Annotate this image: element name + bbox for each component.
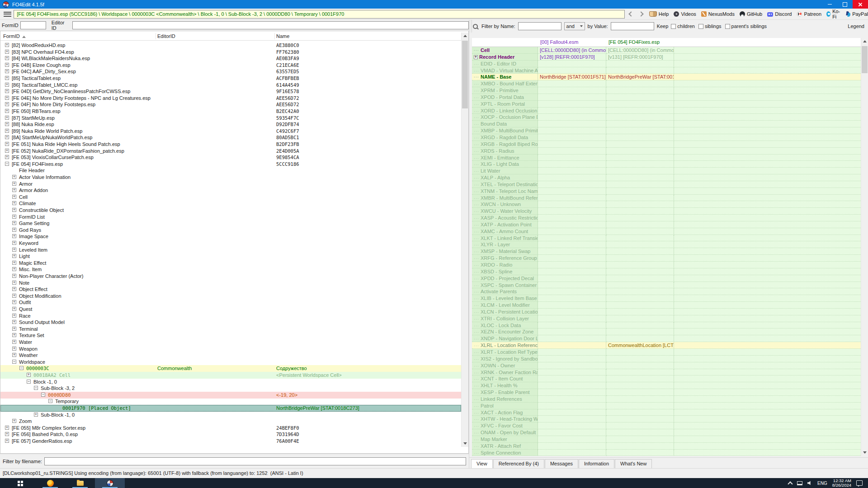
tree-row[interactable]: +Image Space [0, 233, 461, 240]
tree-row[interactable]: +Light [0, 253, 461, 260]
expand-icon[interactable]: + [5, 426, 9, 430]
start-button[interactable] [5, 478, 35, 488]
taskbar-fo4edit-button[interactable] [95, 478, 125, 488]
collapse-icon[interactable]: − [41, 393, 45, 397]
checkbox-icon[interactable] [725, 24, 730, 29]
scroll-down-icon[interactable] [462, 440, 469, 447]
record-field-row[interactable]: ···XLYR - Layer [472, 241, 861, 248]
expand-icon[interactable]: + [5, 142, 9, 146]
link-patreon[interactable]: Patreon [797, 11, 821, 17]
tree-row[interactable]: +Magic Effect [0, 260, 461, 267]
network-icon[interactable] [797, 481, 802, 485]
editorid-input[interactable] [72, 21, 469, 29]
record-field-row[interactable]: ···VMAD - Virtual Machine Ada... [472, 67, 861, 74]
record-field-row[interactable]: ···XLRT - Location Ref Type [472, 349, 861, 356]
filter-operator-select[interactable]: and [564, 22, 585, 30]
tree-row[interactable]: +Game Setting [0, 220, 461, 227]
record-field-row[interactable]: ···XWCU - Water Velocity [472, 208, 861, 215]
tree-scrollbar[interactable] [461, 33, 468, 447]
expand-icon[interactable]: + [27, 373, 31, 377]
tree-row[interactable]: +[FE 057] GenderRatios.esp76A00F4E [0, 438, 461, 445]
expand-icon[interactable]: + [5, 63, 9, 67]
tree-row[interactable]: +Outfit [0, 299, 461, 306]
action-center-icon[interactable] [856, 480, 863, 486]
column-header-editorid[interactable]: EditorID [157, 33, 175, 39]
tree-row[interactable]: +Terminal [0, 326, 461, 333]
minimize-button[interactable] [822, 0, 837, 9]
tree-scrollbar-thumb[interactable] [462, 41, 468, 108]
expand-icon[interactable]: + [12, 188, 16, 192]
tree-row[interactable]: +Armor [0, 181, 461, 188]
expand-icon[interactable]: + [5, 439, 9, 443]
header-fo4fixesesp[interactable]: [FE 054] FO4Fixes.esp [606, 38, 674, 47]
record-field-row[interactable]: ···EDID - Editor ID [472, 61, 861, 67]
record-field-row[interactable]: ···XTRI - Collision Layer [472, 315, 861, 322]
tree-row[interactable]: −Temporary [0, 398, 461, 405]
expand-icon[interactable]: + [12, 327, 16, 331]
record-field-row[interactable]: ···Activate Parents [472, 288, 861, 295]
maximize-button[interactable] [837, 0, 853, 9]
expand-icon[interactable]: + [5, 83, 9, 87]
record-field-row[interactable]: ···XRFG - Reference Group [472, 255, 861, 262]
tree-row[interactable]: +[FE 055] M8r Complex Sorter.esp24BEF8F0 [0, 425, 461, 432]
record-field-row[interactable]: ···XALP - Alpha [472, 174, 861, 181]
tree-row[interactable]: +Misc. Item [0, 266, 461, 273]
expand-icon[interactable]: + [5, 76, 9, 80]
tree-row[interactable]: +Sub-Block -1, 0 [0, 412, 461, 418]
expand-icon[interactable]: + [12, 281, 16, 285]
record-field-row[interactable]: ···Lit Water [472, 168, 861, 174]
link-github[interactable]: GitHub [740, 11, 762, 17]
record-field-row[interactable]: ···NAME - BaseNorthBridge [STAT:0001F571… [472, 74, 861, 80]
link-nexusmods[interactable]: NexusMods [701, 11, 735, 17]
expand-icon[interactable]: + [12, 175, 16, 179]
filter-checkbox-siblings[interactable]: siblings [698, 23, 722, 29]
tab-messages[interactable]: Messages [545, 459, 578, 468]
record-field-row[interactable]: ···XBSD - Spline [472, 268, 861, 275]
expand-icon[interactable]: + [12, 320, 16, 324]
expand-icon[interactable]: + [12, 195, 16, 199]
record-field-row[interactable]: ···ONAM - Open by Default [472, 429, 861, 436]
tree-row[interactable]: +Leveled Item [0, 247, 461, 253]
tree-row[interactable]: +[84] WLBlackMaleRaidersNuka.espAE0B3FA9 [0, 55, 461, 62]
record-field-row[interactable]: ···XPTL - Room Portal [472, 101, 861, 108]
tree-row[interactable]: −Worldspace [0, 359, 461, 366]
tree-row[interactable]: +[86] TacticalTablet_LMCC.esp614A4549 [0, 82, 461, 89]
record-field-row[interactable]: ···XATR - Attach Ref [472, 443, 861, 450]
link-ko-fi[interactable]: Ko-Fi [826, 9, 841, 19]
record-field-row[interactable]: ···XASP - Acoustic Restriction [472, 215, 861, 221]
record-field-row[interactable]: ···XFVC - Favor Cost [472, 422, 861, 429]
expand-icon[interactable]: + [12, 228, 16, 232]
collapse-icon[interactable]: − [19, 366, 24, 370]
tray-chevron-up-icon[interactable] [788, 481, 793, 486]
tree-row[interactable]: +Note [0, 280, 461, 286]
expand-icon[interactable]: + [5, 96, 9, 100]
tree-row[interactable]: +[82] WoodReduxHD.espAE3880C0 [0, 42, 461, 49]
expand-icon[interactable]: + [5, 129, 9, 133]
record-field-row[interactable]: ···XPOD - Portal Data [472, 94, 861, 101]
tree-row[interactable]: +Object Modification [0, 293, 461, 300]
formid-input[interactable] [20, 21, 46, 29]
tree-row[interactable]: +[87] StartMeUp.esp59354F7C [0, 115, 461, 122]
tree-row[interactable]: +Sound Output Model [0, 319, 461, 326]
expand-icon[interactable]: + [12, 261, 16, 265]
expand-icon[interactable]: + [5, 89, 9, 93]
tree-row[interactable]: +[FE 04C] AAF_Dirty_Sex.esp63557ED5 [0, 68, 461, 75]
scroll-up-icon[interactable] [462, 33, 469, 39]
record-field-row[interactable]: ···XWCN - Unknown [472, 201, 861, 208]
filter-name-input[interactable] [518, 22, 561, 30]
expand-icon[interactable]: + [5, 149, 9, 153]
record-field-row[interactable]: ···XRDO - Radio [472, 262, 861, 268]
expand-icon[interactable]: + [12, 353, 16, 357]
tree-row[interactable]: +Actor Value Information [0, 174, 461, 181]
expand-icon[interactable]: + [5, 69, 9, 73]
tree-row[interactable]: −Block -1, 0 [0, 379, 461, 385]
link-paypal[interactable]: PayPal [846, 11, 868, 17]
tree-row[interactable]: +[FE 051] Nuka Ride High Heels Sound Pat… [0, 141, 461, 148]
tree-row[interactable]: +Non-Player Character (Actor) [0, 273, 461, 280]
tree-row[interactable]: +Weather [0, 352, 461, 359]
header-fallout4esm[interactable]: [00] Fallout4.esm [538, 38, 606, 47]
record-field-row[interactable]: ···XIS2 - Ignored by Sandbox [472, 356, 861, 362]
record-field-row[interactable]: ···XACT - Action Flag [472, 409, 861, 416]
expand-icon[interactable]: + [12, 254, 16, 258]
tree-row[interactable]: +Climate [0, 200, 461, 207]
